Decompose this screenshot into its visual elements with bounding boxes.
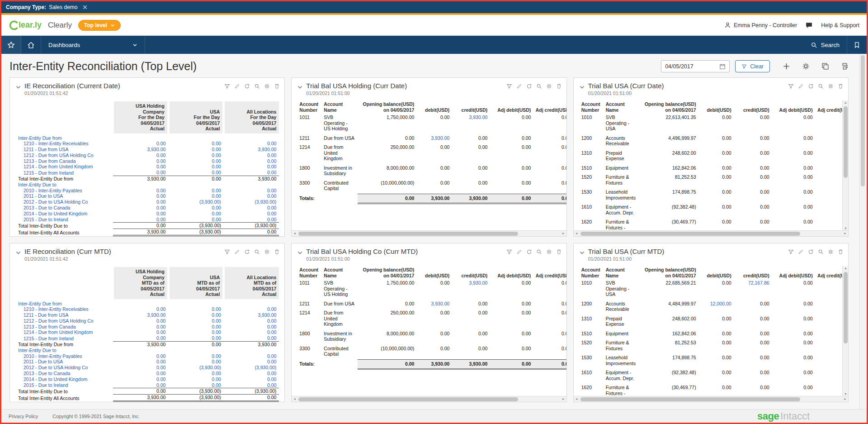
amount-link[interactable]: 0.00 [156, 164, 165, 169]
panel-filter-icon[interactable] [224, 83, 230, 89]
amount-link[interactable]: 0.00 [156, 141, 165, 146]
horizontal-scrollbar[interactable] [292, 396, 566, 402]
amount-link[interactable]: 0.00 [212, 217, 221, 222]
entity-selector[interactable]: Top level [78, 20, 121, 31]
amount-link[interactable]: 0.00 [267, 158, 276, 164]
amount-link[interactable]: 0.00 [212, 164, 221, 169]
collapse-chevron-icon[interactable] [297, 84, 303, 90]
panel-settings-icon[interactable] [828, 248, 834, 254]
account-link[interactable]: 2010 - Inter-Entity Payables [24, 188, 82, 193]
account-link[interactable]: 2014 - Due to United Kingdom [24, 211, 87, 216]
amount-link[interactable]: 0.00 [156, 329, 165, 335]
panel-settings-icon[interactable] [546, 248, 552, 254]
amount-link[interactable]: 72,167.86 [748, 280, 769, 286]
amount-link[interactable]: 3,930.00 [147, 312, 165, 318]
amount-link[interactable]: 0.00 [212, 376, 221, 382]
amount-link[interactable]: 0.00 [156, 353, 165, 359]
dashboards-menu[interactable]: Dashboards [41, 36, 145, 54]
section-link[interactable]: Inter-Entity Due to [18, 182, 57, 187]
date-input[interactable]: 04/05/2017 [661, 60, 730, 72]
panel-settings-icon[interactable] [546, 83, 552, 89]
scrollbar-thumb[interactable] [298, 397, 518, 401]
account-link[interactable]: 1211 - Due from USA [24, 147, 69, 152]
amount-link[interactable]: 0.00 [156, 318, 165, 324]
amount-link[interactable]: 0.00 [212, 193, 221, 199]
horizontal-scrollbar[interactable] [574, 396, 848, 402]
panel-zoom-icon[interactable] [536, 248, 542, 254]
amount-link[interactable]: 0.00 [267, 324, 276, 329]
panel-delete-icon[interactable] [556, 248, 562, 254]
collapse-chevron-icon[interactable] [579, 84, 585, 90]
account-link[interactable]: 2015 - Due to Ireland [24, 217, 68, 222]
user-menu[interactable]: Emma Penny - Controller [724, 22, 797, 29]
amount-link[interactable]: 0.00 [267, 306, 276, 312]
amount-link[interactable]: 0.00 [267, 359, 276, 364]
panel-edit-icon[interactable] [798, 83, 804, 89]
amount-link[interactable]: 0.00 [212, 211, 221, 216]
amount-link[interactable]: 0.00 [212, 318, 221, 324]
amount-link[interactable]: (3,930.00) [255, 199, 276, 205]
amount-link[interactable]: 0.00 [267, 193, 276, 199]
section-link[interactable]: Inter-Entity Due to [18, 348, 57, 353]
amount-link[interactable]: 0.00 [212, 141, 221, 146]
privacy-policy-link[interactable]: Privacy Policy [9, 414, 38, 419]
account-link[interactable]: 2011 - Due to USA [24, 359, 63, 364]
amount-link[interactable]: 0.00 [267, 164, 276, 169]
amount-link[interactable]: 0.00 [267, 335, 276, 341]
account-link[interactable]: 1213 - Due from Canada [24, 324, 76, 329]
horizontal-scrollbar[interactable] [292, 230, 566, 236]
amount-link[interactable]: 0.00 [267, 152, 276, 158]
calendar-icon[interactable] [719, 63, 726, 70]
amount-link[interactable]: 3,930.00 [258, 147, 276, 152]
panel-delete-icon[interactable] [838, 83, 844, 89]
scrollbar-thumb[interactable] [580, 232, 800, 236]
amount-link[interactable]: 0.00 [267, 371, 276, 376]
amount-link[interactable]: 3,930.00 [469, 280, 487, 286]
panel-filter-icon[interactable] [506, 248, 512, 254]
amount-link[interactable]: 0.00 [267, 205, 276, 210]
amount-link[interactable]: 0.00 [156, 152, 165, 158]
amount-link[interactable]: 0.00 [156, 365, 165, 370]
panel-refresh-icon[interactable] [808, 83, 814, 89]
amount-link[interactable]: 0.00 [212, 324, 221, 329]
amount-link[interactable]: 0.00 [156, 335, 165, 341]
amount-link[interactable]: 3,930.00 [469, 114, 487, 120]
account-link[interactable]: 1210 - Inter-Entity Receivables [24, 141, 89, 146]
amount-link[interactable]: 0.00 [212, 147, 221, 152]
amount-link[interactable]: 0.00 [212, 158, 221, 164]
horizontal-scrollbar[interactable] [574, 230, 848, 236]
clearly-logo[interactable]: lear.ly [9, 20, 42, 31]
account-link[interactable]: 2015 - Due to Ireland [24, 382, 68, 388]
panel-zoom-icon[interactable] [818, 83, 824, 89]
amount-link[interactable]: 0.00 [212, 205, 221, 210]
amount-link[interactable]: 0.00 [267, 170, 276, 175]
print-button[interactable] [841, 62, 849, 70]
scrollbar-thumb[interactable] [298, 232, 518, 236]
search-button[interactable]: Search [803, 36, 847, 54]
account-link[interactable]: 1211 - Due from USA [24, 312, 69, 318]
panel-zoom-icon[interactable] [254, 248, 260, 254]
panel-delete-icon[interactable] [556, 83, 562, 89]
copy-dashboard-button[interactable] [821, 62, 829, 70]
amount-link[interactable]: 0.00 [156, 211, 165, 216]
vertical-scrollbar[interactable] [842, 266, 848, 396]
panel-settings-icon[interactable] [264, 83, 270, 89]
panel-delete-icon[interactable] [274, 248, 280, 254]
amount-link[interactable]: 0.00 [212, 188, 221, 193]
amount-link[interactable]: 0.00 [212, 329, 221, 335]
panel-settings-icon[interactable] [264, 248, 270, 254]
account-link[interactable]: 2014 - Due to United Kingdom [24, 376, 87, 382]
amount-link[interactable]: 3,930.00 [258, 312, 276, 318]
scrollbar-thumb[interactable] [580, 397, 800, 401]
amount-link[interactable]: 0.00 [156, 158, 165, 164]
amount-link[interactable]: 0.00 [267, 329, 276, 335]
amount-link[interactable]: 0.00 [267, 382, 276, 388]
close-company-type-icon[interactable] [82, 5, 88, 10]
section-link[interactable]: Inter-Entity Due from [18, 301, 62, 306]
panel-refresh-icon[interactable] [244, 83, 250, 89]
amount-link[interactable]: (3,930.00) [199, 365, 221, 370]
dashboard-settings-button[interactable] [802, 62, 810, 70]
amount-link[interactable]: 0.00 [267, 217, 276, 222]
account-link[interactable]: 1212 - Due from USA Holding Co [24, 318, 94, 324]
amount-link[interactable]: 0.00 [156, 382, 165, 388]
